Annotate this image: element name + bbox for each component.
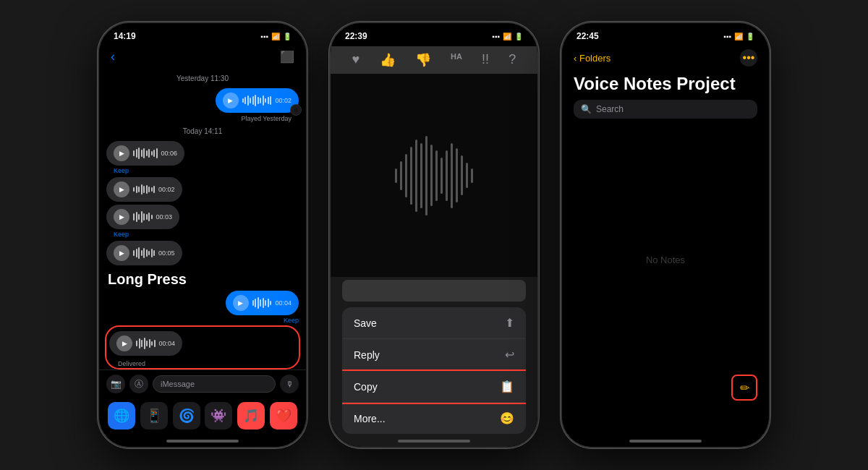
- phone-imessage: 14:19 ▪▪▪ 📶 🔋 ‹ ⬛ Yesterday 11:30 ▶: [98, 22, 307, 448]
- camera-icon[interactable]: 📷: [106, 375, 125, 393]
- dock-icon-heart[interactable]: ❤️: [270, 402, 297, 430]
- more-icon: 😊: [500, 411, 514, 425]
- messages-area: Yesterday 11:30 ▶ 00:02 !!: [99, 70, 306, 265]
- keep-label-1: Keep: [114, 167, 292, 174]
- play-button-r4[interactable]: ▶: [114, 245, 129, 261]
- status-icons-1: ▪▪▪ 📶 🔋: [260, 33, 292, 40]
- dock-icon-safari[interactable]: 🌐: [108, 402, 135, 430]
- voice-time-r4: 00:05: [158, 249, 175, 257]
- waveform-r1: [133, 146, 158, 161]
- notes-nav: ‹ Folders •••: [562, 46, 769, 71]
- reaction-ha[interactable]: HA: [451, 52, 462, 68]
- play-button-r2[interactable]: ▶: [114, 181, 129, 197]
- folders-back-button[interactable]: ‹ Folders: [574, 53, 610, 64]
- waveform-r2: [133, 182, 155, 197]
- compose-icon: ✏: [740, 381, 749, 395]
- highlighted-bubble-container: ▶ 00:04 Delivered: [105, 325, 300, 369]
- play-button-s2[interactable]: ▶: [233, 295, 249, 311]
- voice-bubble-recv-2[interactable]: ▶ 00:02: [106, 177, 182, 202]
- dock-icon-appstore[interactable]: 📱: [140, 402, 168, 430]
- message-row-recv-1: ▶ 00:06: [106, 141, 299, 166]
- status-time-3: 22:45: [576, 31, 599, 41]
- dock-bar: 🌐 📱 🌀 👾 🎵 ❤️: [99, 398, 306, 437]
- voice-bubble-recv-4[interactable]: ▶ 00:05: [106, 241, 182, 265]
- notes-title: Voice Notes Project: [562, 71, 769, 100]
- voice-bubble-sent[interactable]: ▶ 00:02 !!: [216, 88, 299, 113]
- waveform-display: [331, 74, 537, 277]
- battery-icon-2: 🔋: [514, 33, 523, 40]
- search-bar[interactable]: 🔍 Search: [574, 100, 757, 119]
- bottom-bar: ✏: [562, 393, 769, 437]
- context-menu: Save ⬆ Reply ↩ Copy 📋 More... 😊: [342, 307, 526, 434]
- reply-icon: ↩: [505, 348, 514, 362]
- date-label-yesterday: Yesterday 11:30: [106, 74, 299, 82]
- reaction-exclaim[interactable]: !!: [482, 52, 489, 68]
- no-notes-label: No Notes: [562, 126, 769, 393]
- apps-icon[interactable]: Ⓐ: [129, 375, 148, 393]
- mic-button[interactable]: 🎙: [280, 375, 299, 393]
- voice-bubble-sent-2[interactable]: ▶ 00:04: [226, 291, 299, 315]
- play-button-r1[interactable]: ▶: [114, 145, 129, 161]
- voice-time-h: 00:04: [159, 340, 176, 347]
- dock-icon-chrome[interactable]: 🌀: [173, 402, 200, 430]
- reply-label: Reply: [354, 349, 380, 361]
- message-meta-played: Played Yesterday: [114, 115, 292, 122]
- waveform-s2: [252, 296, 272, 310]
- imessage-input-area: 📷 Ⓐ iMessage 🎙: [99, 369, 306, 398]
- battery-icon-3: 🔋: [746, 33, 754, 40]
- context-item-save[interactable]: Save ⬆: [342, 307, 526, 339]
- imessage-nav: ‹ ⬛: [99, 46, 306, 70]
- voice-time-s2: 00:04: [275, 299, 292, 307]
- compose-button[interactable]: ✏: [731, 375, 757, 401]
- message-row-recv-3: ▶ 00:03: [106, 205, 299, 229]
- back-button[interactable]: ‹: [111, 49, 115, 64]
- voice-bubble-recv-3[interactable]: ▶ 00:03: [106, 205, 179, 229]
- more-dots-icon: •••: [743, 51, 755, 64]
- notch-2: [391, 23, 477, 43]
- message-input[interactable]: iMessage: [153, 375, 276, 393]
- video-call-icon[interactable]: ⬛: [280, 50, 294, 64]
- dock-icon-game[interactable]: 👾: [205, 402, 232, 430]
- copy-icon: 📋: [500, 380, 514, 393]
- voice-time-r1: 00:06: [161, 150, 178, 157]
- dock-icon-music[interactable]: 🎵: [237, 402, 265, 430]
- reaction-question[interactable]: ?: [509, 52, 516, 68]
- play-button-h[interactable]: ▶: [116, 336, 132, 351]
- play-button-r3[interactable]: ▶: [114, 209, 129, 225]
- save-label: Save: [354, 317, 377, 329]
- reaction-badge: !!: [290, 104, 302, 116]
- status-time-1: 14:19: [114, 31, 136, 41]
- reaction-thumbsup[interactable]: 👍: [380, 52, 396, 68]
- phone-context-menu: 22:39 ▪▪▪ 📶 🔋 ♥ 👍 👎 HA !! ?: [329, 22, 539, 448]
- context-item-reply[interactable]: Reply ↩: [342, 339, 526, 371]
- big-waveform: [395, 132, 473, 219]
- wifi-icon: 📶: [271, 33, 280, 40]
- long-press-label: Long Press: [99, 265, 306, 291]
- voice-time-r2: 00:02: [158, 186, 175, 193]
- more-button[interactable]: •••: [740, 49, 757, 67]
- reaction-thumbsdown[interactable]: 👎: [415, 52, 431, 68]
- context-item-copy[interactable]: Copy 📋: [342, 371, 526, 403]
- wifi-icon-3: 📶: [734, 33, 743, 40]
- voice-time: 00:02: [275, 97, 292, 104]
- wifi-icon-2: 📶: [503, 33, 511, 40]
- save-icon: ⬆: [505, 316, 514, 330]
- voice-bubble-highlighted[interactable]: ▶ 00:04: [109, 331, 182, 356]
- message-row-recv-4: ▶ 00:05: [106, 241, 299, 265]
- more-label: More...: [354, 413, 386, 424]
- signal-icon-2: ▪▪▪: [492, 33, 500, 40]
- reaction-heart[interactable]: ♥: [352, 52, 360, 68]
- phone-voice-notes: 22:45 ▪▪▪ 📶 🔋 ‹ Folders ••• Voice Notes …: [561, 22, 770, 448]
- copy-label: Copy: [354, 381, 378, 393]
- signal-icon-3: ▪▪▪: [723, 33, 731, 40]
- waveform-r3: [133, 210, 153, 224]
- voice-time-r3: 00:03: [156, 213, 173, 221]
- voice-bubble-recv-1[interactable]: ▶ 00:06: [106, 141, 184, 166]
- play-button[interactable]: ▶: [223, 93, 239, 108]
- status-icons-3: ▪▪▪ 📶 🔋: [723, 33, 754, 40]
- search-placeholder: Search: [596, 104, 624, 114]
- message-row-sent-1: ▶ 00:02 !!: [106, 88, 299, 113]
- status-time-2: 22:39: [345, 31, 367, 41]
- delivered-label: Delivered: [114, 360, 292, 367]
- context-item-more[interactable]: More... 😊: [342, 403, 526, 434]
